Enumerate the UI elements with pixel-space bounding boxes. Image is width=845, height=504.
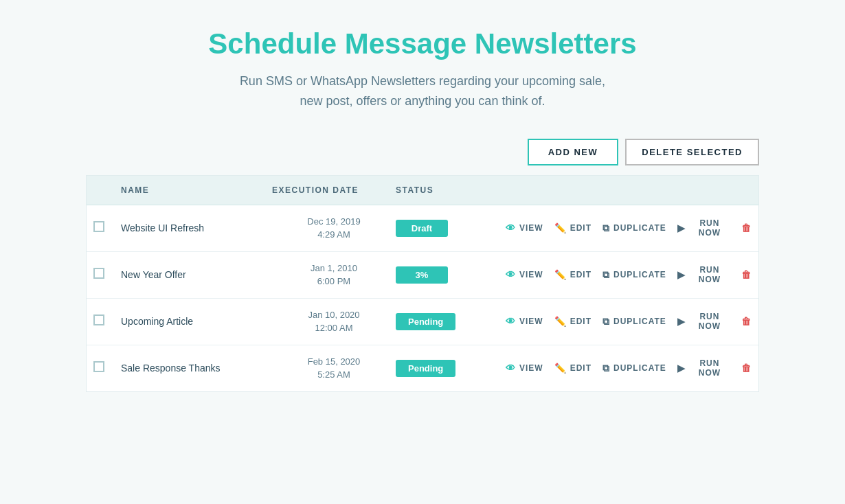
trash-icon-0: 🗑 <box>741 222 752 233</box>
trash-icon-3: 🗑 <box>741 363 752 374</box>
edit-button-2[interactable]: ✏️ EDIT <box>554 316 592 327</box>
row-checkbox-0[interactable] <box>93 221 121 235</box>
view-icon-0: 👁 <box>506 222 516 233</box>
delete-selected-button[interactable]: DELETE SELECTED <box>625 139 759 165</box>
row-exec-date-0: Dec 19, 2019 4:29 AM <box>272 215 396 242</box>
run-icon-1: ▶ <box>677 269 686 280</box>
dup-icon-2: ⧉ <box>602 316 610 328</box>
edit-icon-2: ✏️ <box>554 316 567 327</box>
run-now-button-2[interactable]: ▶ RUN NOW <box>677 312 730 331</box>
newsletters-table: NAME EXECUTION DATE STATUS Website UI Re… <box>86 175 759 392</box>
actions-row: ADD NEW DELETE SELECTED <box>86 139 759 165</box>
dup-icon-1: ⧉ <box>602 269 610 281</box>
duplicate-button-0[interactable]: ⧉ DUPLICATE <box>602 222 666 234</box>
view-button-0[interactable]: 👁 VIEW <box>506 222 543 233</box>
page-header: Schedule Message Newsletters Run SMS or … <box>208 27 636 111</box>
run-icon-2: ▶ <box>677 316 686 327</box>
view-icon-2: 👁 <box>506 316 516 327</box>
delete-button-0[interactable]: 🗑 <box>741 222 752 233</box>
view-button-2[interactable]: 👁 VIEW <box>506 316 543 327</box>
row-checkbox-3[interactable] <box>93 361 121 375</box>
row-name-0: Website UI Refresh <box>121 222 272 233</box>
row-actions-3: 👁 VIEW ✏️ EDIT ⧉ DUPLICATE ▶ RUN NOW 🗑 <box>506 358 752 378</box>
row-name-1: New Year Offer <box>121 269 272 280</box>
trash-icon-2: 🗑 <box>741 316 752 327</box>
row-exec-date-1: Jan 1, 2010 6:00 PM <box>272 262 396 288</box>
col-status: STATUS <box>396 185 506 195</box>
row-actions-2: 👁 VIEW ✏️ EDIT ⧉ DUPLICATE ▶ RUN NOW 🗑 <box>506 312 752 331</box>
run-icon-0: ▶ <box>677 222 686 233</box>
table-header: NAME EXECUTION DATE STATUS <box>87 176 758 205</box>
row-checkbox-1[interactable] <box>93 268 121 282</box>
view-icon-1: 👁 <box>506 269 516 280</box>
row-actions-0: 👁 VIEW ✏️ EDIT ⧉ DUPLICATE ▶ RUN NOW 🗑 <box>506 218 752 238</box>
table-row: Sale Response Thanks Feb 15, 2020 5:25 A… <box>87 345 758 391</box>
edit-icon-0: ✏️ <box>554 222 567 233</box>
col-name: NAME <box>121 185 272 195</box>
run-icon-3: ▶ <box>677 363 686 374</box>
view-button-1[interactable]: 👁 VIEW <box>506 269 543 280</box>
table-row: New Year Offer Jan 1, 2010 6:00 PM 3% 👁 … <box>87 252 758 299</box>
add-new-button[interactable]: ADD NEW <box>528 139 619 165</box>
view-button-3[interactable]: 👁 VIEW <box>506 363 543 374</box>
edit-button-0[interactable]: ✏️ EDIT <box>554 222 592 233</box>
col-checkbox <box>93 185 121 195</box>
duplicate-button-3[interactable]: ⧉ DUPLICATE <box>602 363 666 374</box>
edit-icon-3: ✏️ <box>554 363 567 374</box>
duplicate-button-2[interactable]: ⧉ DUPLICATE <box>602 316 666 328</box>
delete-button-1[interactable]: 🗑 <box>741 269 752 280</box>
page-title: Schedule Message Newsletters <box>208 27 636 60</box>
dup-icon-3: ⧉ <box>602 363 610 374</box>
delete-button-3[interactable]: 🗑 <box>741 363 752 374</box>
row-exec-date-3: Feb 15, 2020 5:25 AM <box>272 355 396 382</box>
row-name-3: Sale Response Thanks <box>121 363 272 374</box>
view-icon-3: 👁 <box>506 363 516 374</box>
table-row: Upcoming Article Jan 10, 2020 12:00 AM P… <box>87 299 758 345</box>
duplicate-button-1[interactable]: ⧉ DUPLICATE <box>602 269 666 281</box>
row-checkbox-2[interactable] <box>93 314 121 328</box>
edit-button-1[interactable]: ✏️ EDIT <box>554 269 592 280</box>
trash-icon-1: 🗑 <box>741 269 752 280</box>
run-now-button-1[interactable]: ▶ RUN NOW <box>677 265 730 284</box>
row-exec-date-2: Jan 10, 2020 12:00 AM <box>272 308 396 335</box>
row-status-3: Pending <box>396 360 506 377</box>
row-name-2: Upcoming Article <box>121 316 272 327</box>
page-subtitle: Run SMS or WhatsApp Newsletters regardin… <box>208 71 636 111</box>
run-now-button-0[interactable]: ▶ RUN NOW <box>677 218 730 238</box>
row-status-0: Draft <box>396 220 506 237</box>
row-actions-1: 👁 VIEW ✏️ EDIT ⧉ DUPLICATE ▶ RUN NOW 🗑 <box>506 265 752 284</box>
run-now-button-3[interactable]: ▶ RUN NOW <box>677 358 730 378</box>
edit-icon-1: ✏️ <box>554 269 567 280</box>
col-actions <box>506 185 752 195</box>
dup-icon-0: ⧉ <box>602 222 610 234</box>
table-row: Website UI Refresh Dec 19, 2019 4:29 AM … <box>87 205 758 252</box>
edit-button-3[interactable]: ✏️ EDIT <box>554 363 592 374</box>
row-status-2: Pending <box>396 313 506 330</box>
row-status-1: 3% <box>396 266 506 284</box>
col-exec-date: EXECUTION DATE <box>272 185 396 195</box>
delete-button-2[interactable]: 🗑 <box>741 316 752 327</box>
